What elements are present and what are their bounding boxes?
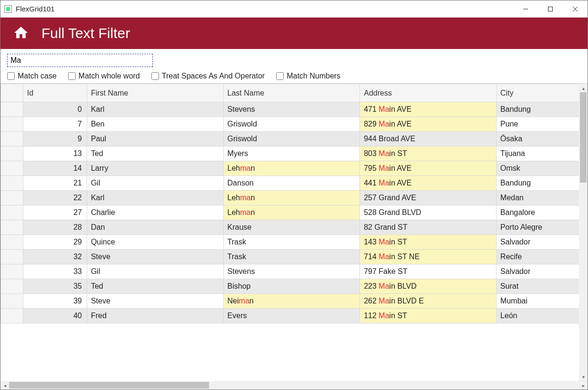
cell-city[interactable]: Bangalore xyxy=(496,205,587,220)
cell-last-name[interactable]: Krause xyxy=(223,220,360,235)
filter-input[interactable] xyxy=(7,54,153,67)
maximize-button[interactable] xyxy=(538,0,563,18)
cell-address[interactable]: 829 Main AVE xyxy=(360,117,497,132)
row-header[interactable] xyxy=(1,176,23,191)
cell-first-name[interactable]: Karl xyxy=(87,102,223,117)
cell-city[interactable]: Medan xyxy=(496,191,587,205)
check-match-case[interactable]: Match case xyxy=(7,72,57,80)
row-header[interactable] xyxy=(1,132,23,146)
cell-address[interactable]: 714 Main ST NE xyxy=(360,250,497,264)
cell-first-name[interactable]: Steve xyxy=(87,250,223,264)
cell-id[interactable]: 35 xyxy=(23,279,87,294)
cell-first-name[interactable]: Ted xyxy=(87,146,223,161)
cell-id[interactable]: 9 xyxy=(23,132,87,146)
vertical-scroll-thumb[interactable] xyxy=(580,92,587,183)
row-header[interactable] xyxy=(1,220,23,235)
cell-id[interactable]: 22 xyxy=(23,191,87,205)
cell-first-name[interactable]: Gil xyxy=(87,176,223,191)
cell-last-name[interactable]: Stevens xyxy=(223,264,360,279)
cell-id[interactable]: 13 xyxy=(23,146,87,161)
cell-first-name[interactable]: Paul xyxy=(87,132,223,146)
row-header[interactable] xyxy=(1,117,23,132)
cell-first-name[interactable]: Quince xyxy=(87,235,223,250)
cell-id[interactable]: 14 xyxy=(23,161,87,176)
cell-city[interactable]: Ōsaka xyxy=(496,132,587,146)
cell-last-name[interactable]: Trask xyxy=(223,250,360,264)
cell-last-name[interactable]: Bishop xyxy=(223,279,360,294)
check-match-numbers[interactable]: Match Numbers xyxy=(276,72,340,80)
cell-city[interactable]: Pune xyxy=(496,117,587,132)
row-header[interactable] xyxy=(1,309,23,323)
close-button[interactable] xyxy=(563,0,588,18)
table-row[interactable]: 28DanKrause82 Grand STPorto Alegre xyxy=(1,220,588,235)
cell-address[interactable]: 471 Main AVE xyxy=(360,102,497,117)
cell-address[interactable]: 143 Main ST xyxy=(360,235,497,250)
col-first-name[interactable]: First Name xyxy=(87,84,223,102)
table-row[interactable]: 7BenGriswold829 Main AVEPune xyxy=(1,117,588,132)
cell-address[interactable]: 223 Main BLVD xyxy=(360,279,497,294)
cell-first-name[interactable]: Fred xyxy=(87,309,223,323)
cell-first-name[interactable]: Charlie xyxy=(87,205,223,220)
table-row[interactable]: 13TedMyers803 Main STTijuana xyxy=(1,146,588,161)
table-row[interactable]: 22KarlLehman257 Grand AVEMedan xyxy=(1,191,588,205)
cell-first-name[interactable]: Gil xyxy=(87,264,223,279)
corner-header[interactable] xyxy=(1,84,23,102)
cell-city[interactable]: Salvador xyxy=(496,264,587,279)
table-row[interactable]: 29QuinceTrask143 Main STSalvador xyxy=(1,235,588,250)
horizontal-scroll-thumb[interactable] xyxy=(9,382,209,389)
table-row[interactable]: 9PaulGriswold944 Broad AVEŌsaka xyxy=(1,132,588,146)
table-row[interactable]: 35TedBishop223 Main BLVDSurat xyxy=(1,279,588,294)
row-header[interactable] xyxy=(1,102,23,117)
home-icon[interactable] xyxy=(13,25,29,42)
cell-last-name[interactable]: Lehman xyxy=(223,161,360,176)
cell-city[interactable]: Omsk xyxy=(496,161,587,176)
cell-last-name[interactable]: Danson xyxy=(223,176,360,191)
row-header[interactable] xyxy=(1,191,23,205)
horizontal-scrollbar[interactable]: ◂ ▸ xyxy=(0,381,588,390)
cell-address[interactable]: 262 Main BLVD E xyxy=(360,294,497,309)
cell-id[interactable]: 29 xyxy=(23,235,87,250)
cell-city[interactable]: Bandung xyxy=(496,176,587,191)
cell-last-name[interactable]: Lehman xyxy=(223,205,360,220)
table-row[interactable]: 40FredEvers112 Main STLeón xyxy=(1,309,588,323)
cell-first-name[interactable]: Larry xyxy=(87,161,223,176)
cell-id[interactable]: 28 xyxy=(23,220,87,235)
cell-id[interactable]: 39 xyxy=(23,294,87,309)
cell-address[interactable]: 441 Main AVE xyxy=(360,176,497,191)
col-city[interactable]: City xyxy=(496,84,587,102)
cell-city[interactable]: Salvador xyxy=(496,235,587,250)
scroll-left-arrow-icon[interactable]: ◂ xyxy=(0,381,9,390)
cell-first-name[interactable]: Dan xyxy=(87,220,223,235)
row-header[interactable] xyxy=(1,279,23,294)
cell-city[interactable]: Bandung xyxy=(496,102,587,117)
table-row[interactable]: 33GilStevens797 Fake STSalvador xyxy=(1,264,588,279)
cell-address[interactable]: 528 Grand BLVD xyxy=(360,205,497,220)
cell-first-name[interactable]: Ted xyxy=(87,279,223,294)
cell-first-name[interactable]: Steve xyxy=(87,294,223,309)
cell-address[interactable]: 797 Fake ST xyxy=(360,264,497,279)
cell-address[interactable]: 82 Grand ST xyxy=(360,220,497,235)
row-header[interactable] xyxy=(1,146,23,161)
vertical-scroll-track[interactable] xyxy=(579,92,588,372)
cell-city[interactable]: Tijuana xyxy=(496,146,587,161)
row-header[interactable] xyxy=(1,294,23,309)
cell-last-name[interactable]: Neiman xyxy=(223,294,360,309)
grid-scroll[interactable]: Id First Name Last Name Address City 0Ka… xyxy=(0,84,588,390)
col-address[interactable]: Address xyxy=(360,84,497,102)
cell-id[interactable]: 33 xyxy=(23,264,87,279)
row-header[interactable] xyxy=(1,235,23,250)
cell-id[interactable]: 21 xyxy=(23,176,87,191)
row-header[interactable] xyxy=(1,161,23,176)
cell-city[interactable]: Recife xyxy=(496,250,587,264)
minimize-button[interactable] xyxy=(513,0,538,18)
check-match-whole-word[interactable]: Match whole word xyxy=(68,72,140,80)
table-row[interactable]: 32SteveTrask714 Main ST NERecife xyxy=(1,250,588,264)
table-row[interactable]: 39SteveNeiman262 Main BLVD EMumbai xyxy=(1,294,588,309)
cell-id[interactable]: 40 xyxy=(23,309,87,323)
table-row[interactable]: 14LarryLehman795 Main AVEOmsk xyxy=(1,161,588,176)
check-match-case-box[interactable] xyxy=(7,72,15,80)
data-grid[interactable]: Id First Name Last Name Address City 0Ka… xyxy=(0,84,588,323)
scroll-right-arrow-icon[interactable]: ▸ xyxy=(579,381,588,390)
cell-address[interactable]: 803 Main ST xyxy=(360,146,497,161)
cell-last-name[interactable]: Griswold xyxy=(223,117,360,132)
